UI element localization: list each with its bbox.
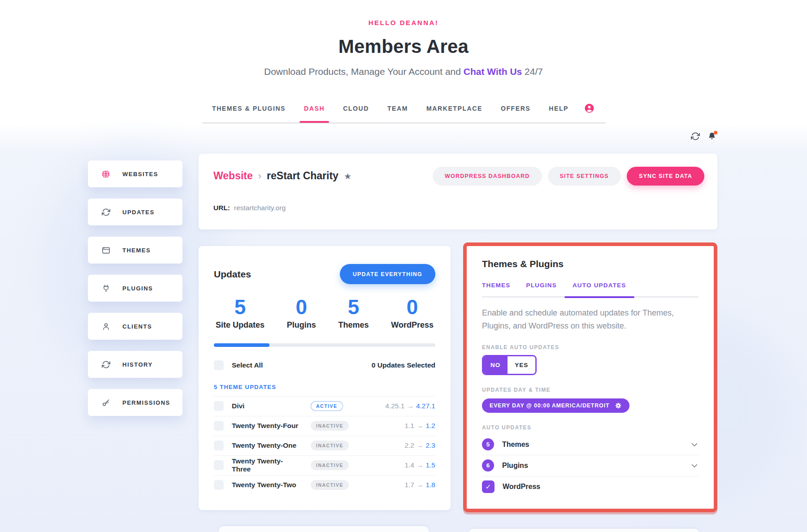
tab-offers[interactable]: OFFERS (501, 105, 530, 112)
sync-site-data-button[interactable]: SYNC SITE DATA (627, 167, 704, 186)
sidebar-item-permissions[interactable]: PERMISSIONS (88, 389, 182, 416)
arrow-icon: → (414, 441, 426, 449)
theme-name: Twenty Twenty-One (232, 441, 300, 450)
page-title: Members Area (0, 36, 807, 57)
auto-updates-section-label: AUTO UPDATES (482, 424, 699, 431)
updates-progress-bar[interactable] (214, 343, 435, 347)
sidebar-item-clients[interactable]: CLIENTS (88, 313, 182, 340)
toggle-no[interactable]: NO (483, 356, 508, 374)
chevron-down-icon[interactable] (690, 462, 699, 470)
schedule-value: EVERY DAY @ 00:00 AMERICA/DETROIT (490, 402, 609, 409)
chevron-down-icon[interactable] (690, 441, 699, 449)
sidebar: WEBSITES UPDATES THEMES PLUGINS CLIENTS (88, 160, 182, 427)
row-checkbox[interactable] (214, 441, 224, 450)
stat-value: 0 (287, 296, 316, 319)
key-icon (101, 398, 110, 407)
row-checkbox[interactable] (214, 421, 224, 431)
arrow-icon: → (414, 461, 426, 469)
row-checkbox[interactable] (214, 480, 224, 490)
stat-label: Plugins (287, 320, 316, 330)
globe-icon (101, 169, 110, 179)
sidebar-item-updates[interactable]: UPDATES (88, 199, 182, 225)
stat-site-updates: 5 Site Updates (216, 296, 265, 330)
arrow-icon: → (414, 422, 426, 429)
toggle-yes[interactable]: YES (508, 356, 535, 374)
utility-icons (691, 132, 716, 141)
version-change: 1.7→1.8 (404, 481, 435, 489)
sidebar-item-label: CLIENTS (122, 323, 152, 330)
site-settings-button[interactable]: SITE SETTINGS (548, 167, 621, 186)
tab-marketplace[interactable]: MARKETPLACE (426, 105, 482, 112)
table-row: Divi ACTIVE 4.25.1→4.27.1 (214, 396, 435, 416)
stat-label: Themes (338, 320, 369, 330)
stat-themes: 5 Themes (338, 296, 369, 330)
notification-dot (714, 131, 717, 134)
wordpress-dashboard-button[interactable]: WORDPRESS DASHBOARD (433, 167, 542, 186)
site-header-card: Website › reStart Charity ★ WORDPRESS DA… (199, 154, 717, 229)
select-all-checkbox[interactable] (214, 360, 224, 370)
count-badge: 5 (482, 438, 494, 450)
stat-value: 5 (338, 296, 369, 319)
select-all-label[interactable]: Select All (232, 361, 263, 369)
url-value: restartcharity.org (234, 204, 286, 212)
version-new: 2.3 (425, 441, 435, 449)
person-icon (101, 322, 110, 331)
url-label: URL: (213, 204, 230, 212)
version-current: 1.1 (404, 422, 414, 429)
star-icon[interactable]: ★ (344, 171, 351, 182)
user-avatar-icon[interactable] (584, 103, 594, 113)
breadcrumb: Website › reStart Charity ★ (213, 170, 351, 182)
themes-plugins-tabs: THEMES PLUGINS AUTO UPDATES (482, 282, 699, 298)
sidebar-item-label: WEBSITES (122, 171, 158, 177)
sidebar-item-websites[interactable]: WEBSITES (88, 160, 182, 187)
greeting-text: HELLO DEANNA! (0, 19, 807, 26)
bell-icon[interactable] (707, 132, 716, 141)
row-checkbox[interactable] (214, 460, 224, 470)
version-change: 4.25.1→4.27.1 (385, 402, 435, 410)
chat-with-us-link[interactable]: Chat With Us (464, 66, 522, 77)
row-checkbox[interactable] (214, 401, 224, 411)
status-badge: ACTIVE (311, 401, 343, 411)
version-new: 1.2 (425, 422, 435, 429)
tab-team[interactable]: TEAM (387, 105, 408, 112)
update-everything-button[interactable]: UPDATE EVERYTHING (340, 264, 435, 284)
highlight-border: Themes & Plugins THEMES PLUGINS AUTO UPD… (463, 242, 717, 512)
tab-dash[interactable]: DASH (304, 105, 325, 112)
breadcrumb-website-link[interactable]: Website (213, 170, 253, 182)
auto-update-row-themes[interactable]: 5 Themes (482, 434, 699, 455)
tab-themes[interactable]: THEMES (482, 282, 510, 289)
enable-auto-updates-toggle: NO YES (482, 355, 537, 375)
stat-label: Site Updates (216, 320, 265, 330)
sidebar-item-history[interactable]: HISTORY (88, 351, 182, 378)
breadcrumb-separator: › (258, 170, 261, 182)
tab-cloud[interactable]: CLOUD (343, 105, 369, 112)
status-badge: INACTIVE (311, 460, 349, 470)
theme-updates-section-label: 5 THEME UPDATES (214, 384, 435, 390)
browser-window-icon (101, 246, 110, 255)
sync-icon (101, 360, 110, 369)
status-badge: INACTIVE (311, 441, 349, 450)
sidebar-item-plugins[interactable]: PLUGINS (88, 275, 182, 302)
version-change: 1.1→1.2 (404, 422, 435, 430)
tab-help[interactable]: HELP (549, 105, 568, 112)
site-url-row: URL: restartcharity.org (213, 204, 286, 212)
sidebar-item-label: PLUGINS (122, 285, 153, 292)
stat-value: 5 (216, 296, 265, 319)
sync-icon[interactable] (691, 132, 700, 141)
stat-label: WordPress (391, 320, 434, 330)
next-card-top-right (469, 529, 699, 532)
subtitle-suffix: 24/7 (522, 66, 543, 77)
auto-updates-list: 5 Themes 6 Plugins ✓ WordPress (482, 434, 699, 497)
auto-update-row-plugins[interactable]: 6 Plugins (482, 455, 699, 476)
sidebar-item-label: PERMISSIONS (122, 399, 170, 406)
auto-update-row-wordpress: ✓ WordPress (482, 476, 699, 497)
sidebar-item-themes[interactable]: THEMES (88, 237, 182, 264)
tab-plugins[interactable]: PLUGINS (526, 282, 556, 289)
schedule-pill[interactable]: EVERY DAY @ 00:00 AMERICA/DETROIT (482, 398, 629, 413)
tab-auto-updates[interactable]: AUTO UPDATES (573, 282, 626, 289)
members-area-page: HELLO DEANNA! Members Area Download Prod… (0, 0, 807, 532)
wordpress-checkbox[interactable]: ✓ (482, 480, 495, 493)
gear-icon[interactable] (615, 402, 622, 409)
tab-themes-plugins[interactable]: THEMES & PLUGINS (212, 105, 286, 112)
progress-fill (214, 343, 269, 347)
